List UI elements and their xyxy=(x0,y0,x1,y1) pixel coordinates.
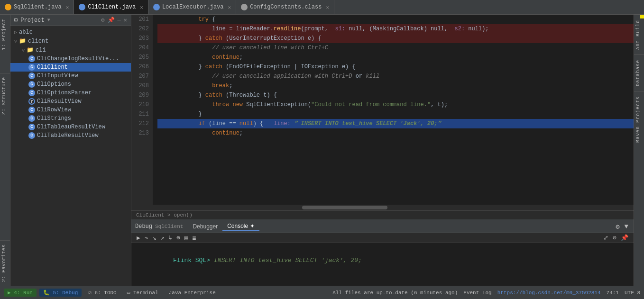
side-tab-antbuild[interactable]: Ant Build xyxy=(634,15,644,54)
maven-label: Maven Projects xyxy=(635,96,641,143)
horizontal-scrollbar[interactable] xyxy=(131,205,634,210)
sidebar-gear[interactable]: ✕ xyxy=(124,17,127,24)
tab-console[interactable]: Console ✦ xyxy=(222,222,259,231)
breadcrumb: CliClient > open() xyxy=(131,210,634,219)
line-213: 213 xyxy=(131,128,149,138)
side-tab-database[interactable]: Database xyxy=(634,54,644,91)
left-tab-favorites[interactable]: 2: Favorites xyxy=(0,240,10,286)
tab-configconstants[interactable]: ConfigConstants.class ✕ xyxy=(236,0,334,14)
code-line-202: line = lineReader.readLine(prompt, s1: n… xyxy=(157,24,634,34)
dbg-evaluate-btn[interactable]: ⊕ xyxy=(175,234,182,242)
dbg-resume-btn[interactable]: ▶ xyxy=(135,234,142,242)
sidebar-collapse[interactable]: — xyxy=(118,17,121,24)
sidebar-settings[interactable]: ⚙ xyxy=(101,17,104,24)
dbg-pin-btn[interactable]: 📌 xyxy=(619,234,630,242)
dbg-stepover-btn[interactable]: ↷ xyxy=(143,234,150,242)
tree-label-cliinputview: CliInputView xyxy=(37,72,78,79)
dbg-stepout-btn[interactable]: ↗ xyxy=(159,234,166,242)
debug-content: Flink SQL> INSERT INTO test_hive SELECT … xyxy=(131,243,634,286)
tree-item-cliclient[interactable]: C CliClient xyxy=(10,63,131,72)
code-lines[interactable]: try { line = lineReader.readLine(prompt,… xyxy=(153,15,634,205)
dbg-threads-btn[interactable]: ≣ xyxy=(191,234,198,242)
dbg-clear-btn[interactable]: ⊘ xyxy=(611,234,618,242)
tab-debugger[interactable]: Debugger xyxy=(188,222,222,231)
sidebar-header: ⊞ Project ▼ ⚙ 📌 — ✕ xyxy=(10,15,131,26)
todo-label: ☑ 6: TODO xyxy=(88,290,116,296)
tab-label-configconstants: ConfigConstants.class xyxy=(250,4,322,10)
debug-settings-btn[interactable]: ⚙ xyxy=(614,223,621,231)
line-204: 204 xyxy=(131,43,149,53)
tab-bar: SqlClient.java ✕ CliClient.java ✕ LocalE… xyxy=(0,0,644,15)
tab-cliclient[interactable]: CliClient.java ✕ xyxy=(74,0,148,14)
folder-icon-client: 📁 xyxy=(19,37,26,45)
debug-button[interactable]: 🐛 5: Debug xyxy=(39,289,82,297)
class-icon-clichangelog: C xyxy=(28,55,35,62)
code-line-206: } catch (EndOfFileException | IOExceptio… xyxy=(157,62,634,72)
tree-item-cliinputview[interactable]: C CliInputView xyxy=(10,72,131,80)
left-tab-label: 1: Project xyxy=(1,19,7,50)
tree-label-client: client xyxy=(28,38,48,45)
tree-item-clitableresultview[interactable]: C CliTableResultView xyxy=(10,131,131,140)
position-indicator: 74:1 xyxy=(607,290,619,296)
dbg-stepinto-btn[interactable]: ↘ xyxy=(151,234,158,242)
tree-item-able[interactable]: ▷ able xyxy=(10,28,131,36)
tab-icon-localexecutor xyxy=(153,4,160,10)
url-link[interactable]: https://blog.csdn.net/m0_37592814 xyxy=(497,290,601,296)
tree-item-clistrings[interactable]: C CliStrings xyxy=(10,114,131,123)
left-tab-favorites-label: 2: Favorites xyxy=(1,245,7,282)
arrow-icon: ▷ xyxy=(14,29,17,35)
tree-item-cli[interactable]: ▽ 📁 cli xyxy=(10,45,131,54)
line-207: 207 xyxy=(131,72,149,81)
code-line-207: // user cancelled application with Ctrl+… xyxy=(157,72,634,81)
dbg-restore-btn[interactable]: ⤢ xyxy=(602,234,610,242)
line-210: 210 xyxy=(131,100,149,109)
todo-button[interactable]: ☑ 6: TODO xyxy=(84,289,120,297)
tab-close-sqlclient[interactable]: ✕ xyxy=(66,4,69,10)
status-right: All files are up-to-date (6 minutes ago)… xyxy=(332,290,640,296)
left-tab-structure[interactable]: Z: Structure xyxy=(0,73,10,118)
tab-close-localexecutor[interactable]: ✕ xyxy=(228,4,231,10)
tree-item-clioptions[interactable]: C CliOptions xyxy=(10,80,131,89)
dbg-frames-btn[interactable]: ▤ xyxy=(183,234,190,242)
interface-icon-cliresultview: I xyxy=(28,98,35,105)
tree-item-clitableauresultview[interactable]: C CliTableauResultView xyxy=(10,123,131,131)
tab-icon-configconstants xyxy=(241,4,248,10)
tab-close-cliclient[interactable]: ✕ xyxy=(140,4,143,10)
tab-localexecutor[interactable]: LocalExecutor.java ✕ xyxy=(148,0,236,14)
terminal-button[interactable]: ▭ Terminal xyxy=(123,289,162,297)
code-line-211: } xyxy=(157,109,634,119)
line-205: 205 xyxy=(131,53,149,62)
debug-minimize-btn[interactable]: ▼ xyxy=(623,223,630,230)
side-tab-maven[interactable]: Maven Projects xyxy=(634,91,644,147)
tab-label-localexecutor: LocalExecutor.java xyxy=(162,4,224,10)
tree-item-clioptionsparser[interactable]: C CliOptionsParser xyxy=(10,89,131,97)
enterprise-label: Java Enterprise xyxy=(169,290,216,296)
tree-label-cliclient: CliClient xyxy=(37,64,68,71)
code-line-204: // user cancelled line with Ctrl+C xyxy=(157,43,634,53)
tree-item-clirowview[interactable]: C CliRowView xyxy=(10,106,131,114)
debug-title: Debug SqlClient xyxy=(135,223,183,230)
class-icon-clistrings: C xyxy=(28,115,35,122)
line-208: 208 xyxy=(131,81,149,91)
tree-label-cli: cli xyxy=(36,47,46,54)
tab-close-configconstants[interactable]: ✕ xyxy=(326,4,329,10)
tab-sqlclient[interactable]: SqlClient.java ✕ xyxy=(0,0,74,14)
enterprise-button[interactable]: Java Enterprise xyxy=(165,289,220,297)
run-button[interactable]: ▶ 4: Run xyxy=(4,289,37,297)
code-line-205: continue; xyxy=(157,53,634,62)
ant-build-label: Ant Build xyxy=(635,20,641,50)
event-log-link[interactable]: Event Log xyxy=(463,290,491,296)
sidebar-pin[interactable]: 📌 xyxy=(108,17,115,24)
class-icon-clirowview: C xyxy=(28,107,35,113)
debug-tabs: Debugger Console ✦ xyxy=(188,222,609,231)
sidebar-expand: ▼ xyxy=(47,18,50,23)
tree-item-client[interactable]: ▽ 📁 client xyxy=(10,36,131,45)
tree-item-clichangelog[interactable]: C CliChangelogResultVie... xyxy=(10,54,131,63)
run-label: ▶ 4: Run xyxy=(8,290,33,296)
database-label: Database xyxy=(635,60,641,86)
code-content[interactable]: 201 ✕202 ✕203 204 205 206 207 208 209 21… xyxy=(131,15,634,205)
left-tab-project[interactable]: 1: Project xyxy=(0,15,10,54)
dbg-runtocursor-btn[interactable]: ↳ xyxy=(167,234,174,242)
tab-label-sqlclient: SqlClient.java xyxy=(14,4,62,10)
tree-item-cliresultview[interactable]: I CliResultView xyxy=(10,97,131,106)
